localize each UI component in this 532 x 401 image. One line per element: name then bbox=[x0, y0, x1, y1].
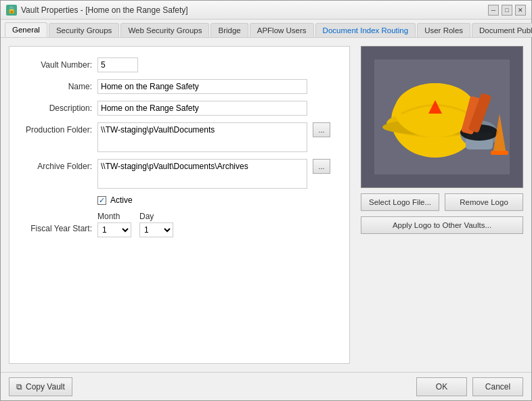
right-panel: Select Logo File... Remove Logo Apply Lo… bbox=[361, 46, 523, 364]
minimize-button[interactable]: ─ bbox=[488, 5, 499, 16]
copy-vault-label: Copy Vault bbox=[26, 382, 65, 392]
close-button[interactable]: ✕ bbox=[515, 5, 526, 16]
day-label: Day bbox=[139, 212, 173, 221]
tab-web-security-groups[interactable]: Web Security Groups bbox=[120, 23, 209, 37]
fiscal-day-col: Day 1 2 3 bbox=[139, 212, 173, 237]
tab-user-roles[interactable]: User Roles bbox=[417, 23, 470, 37]
production-folder-input[interactable]: \\TW-staging\pVault\Documents bbox=[97, 122, 307, 152]
active-checkbox[interactable]: ✓ bbox=[97, 196, 106, 205]
archive-folder-label: Archive Folder: bbox=[18, 159, 92, 171]
ok-button[interactable]: OK bbox=[416, 377, 467, 396]
description-input[interactable] bbox=[97, 101, 307, 116]
copy-vault-button[interactable]: ⧉ Copy Vault bbox=[9, 377, 72, 396]
window-title: Vault Properties - [Home on the Range Sa… bbox=[21, 5, 188, 15]
tab-document-publishing[interactable]: Document Publishing bbox=[472, 23, 532, 37]
archive-folder-browse-button[interactable]: ... bbox=[313, 159, 330, 174]
logo-image bbox=[374, 60, 510, 174]
title-bar-left: 🔒 Vault Properties - [Home on the Range … bbox=[6, 5, 188, 16]
name-input[interactable] bbox=[97, 79, 307, 94]
bottom-bar: ⧉ Copy Vault OK Cancel bbox=[1, 372, 531, 400]
description-row: Description: bbox=[18, 101, 341, 116]
production-folder-browse-button[interactable]: ... bbox=[313, 122, 330, 137]
tab-general[interactable]: General bbox=[5, 22, 47, 37]
left-panel: Vault Number: Name: Description: Product… bbox=[9, 46, 350, 364]
select-logo-button[interactable]: Select Logo File... bbox=[361, 193, 439, 211]
svg-rect-12 bbox=[491, 151, 508, 155]
month-label: Month bbox=[97, 212, 131, 221]
active-label: Active bbox=[110, 195, 133, 205]
content-area: Vault Number: Name: Description: Product… bbox=[1, 38, 531, 372]
description-label: Description: bbox=[18, 103, 92, 113]
name-row: Name: bbox=[18, 79, 341, 94]
logo-btn-row: Select Logo File... Remove Logo bbox=[361, 193, 523, 211]
maximize-button[interactable]: □ bbox=[502, 5, 512, 16]
fiscal-year-label: Fiscal Year Start: bbox=[18, 212, 92, 233]
tab-security-groups[interactable]: Security Groups bbox=[49, 23, 119, 37]
tab-bridge[interactable]: Bridge bbox=[210, 23, 248, 37]
logo-preview bbox=[361, 46, 523, 188]
day-select[interactable]: 1 2 3 bbox=[139, 222, 173, 237]
archive-folder-input[interactable]: \\TW-staging\pVault\Documents\Archives bbox=[97, 159, 307, 189]
fiscal-month-col: Month 1 2 3 4 5 6 7 8 9 10 11 bbox=[97, 212, 131, 237]
active-row: ✓ Active bbox=[97, 195, 341, 205]
archive-folder-row: Archive Folder: \\TW-staging\pVault\Docu… bbox=[18, 159, 341, 189]
main-window: 🔒 Vault Properties - [Home on the Range … bbox=[0, 0, 532, 401]
cancel-button[interactable]: Cancel bbox=[472, 377, 523, 396]
tab-document-index-routing[interactable]: Document Index Routing bbox=[315, 23, 416, 37]
ok-cancel-group: OK Cancel bbox=[416, 377, 523, 396]
vault-number-row: Vault Number: bbox=[18, 57, 341, 72]
tab-bar: General Security Groups Web Security Gro… bbox=[1, 20, 531, 38]
remove-logo-button[interactable]: Remove Logo bbox=[445, 193, 523, 211]
copy-icon: ⧉ bbox=[16, 382, 22, 392]
title-bar: 🔒 Vault Properties - [Home on the Range … bbox=[1, 1, 531, 20]
vault-number-label: Vault Number: bbox=[18, 60, 92, 70]
tab-apflow-users[interactable]: APFlow Users bbox=[250, 23, 314, 37]
name-label: Name: bbox=[18, 82, 92, 91]
fiscal-year-row: Fiscal Year Start: Month 1 2 3 4 5 6 7 8 bbox=[18, 212, 341, 237]
fiscal-inputs: Month 1 2 3 4 5 6 7 8 9 10 11 bbox=[97, 212, 173, 237]
month-select[interactable]: 1 2 3 4 5 6 7 8 9 10 11 12 bbox=[97, 222, 131, 237]
app-icon: 🔒 bbox=[6, 5, 17, 16]
apply-logo-button[interactable]: Apply Logo to Other Vaults... bbox=[361, 216, 523, 234]
vault-number-input[interactable] bbox=[97, 57, 138, 72]
title-controls: ─ □ ✕ bbox=[488, 5, 526, 16]
production-folder-row: Production Folder: \\TW-staging\pVault\D… bbox=[18, 122, 341, 152]
production-folder-label: Production Folder: bbox=[18, 122, 92, 135]
